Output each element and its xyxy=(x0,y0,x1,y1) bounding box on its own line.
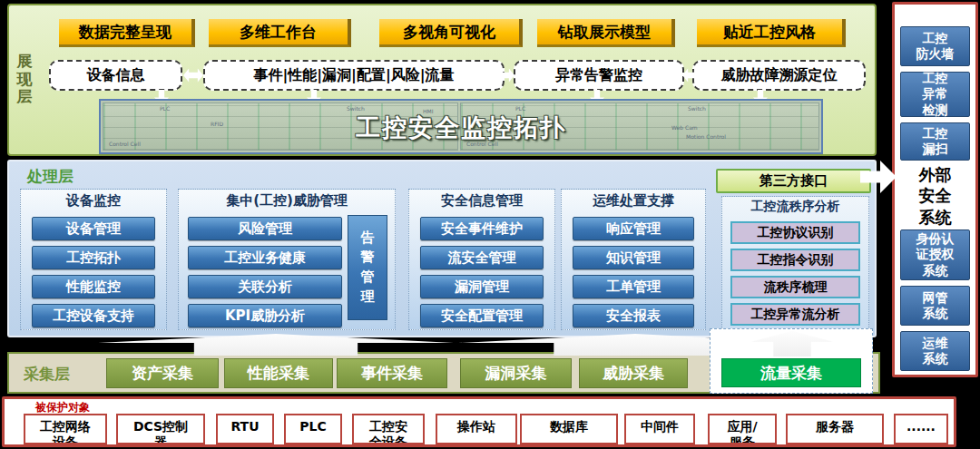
module-security-event-maintenance: 安全事件维护 xyxy=(420,217,544,240)
collect-vulnerability: 漏洞采集 xyxy=(460,358,572,388)
feature-button-drilldown-model: 钻取展示模型 xyxy=(537,19,675,47)
module-device-management: 设备管理 xyxy=(32,217,155,240)
up-arrow-icon xyxy=(751,331,833,356)
group-title: 设备监控 xyxy=(21,190,166,211)
object-application-service: 应用/ 服务 xyxy=(708,414,777,444)
object-ics-security-device: 工控安 全设备 xyxy=(352,414,425,444)
group-security-info-management: 安全信息管理 安全事件维护 流安全管理 漏洞管理 安全配置管理 xyxy=(408,189,555,330)
group-flow-order-analysis: 工控流秩序分析 工控协议识别 工控指令识别 流秩序梳理 工控异常流分析 xyxy=(721,196,869,332)
module-risk-management: 风险管理 xyxy=(188,217,342,240)
topology-title: 工控安全监控拓扑 xyxy=(101,112,821,144)
collection-layer: 采集层 资产采集 性能采集 事件采集 漏洞采集 威胁采集 流量采集 xyxy=(7,352,880,394)
collect-event: 事件采集 xyxy=(337,358,447,388)
view-box-device-info: 设备信息 xyxy=(49,60,182,91)
feature-button-data-presentation: 数据完整呈现 xyxy=(59,19,195,47)
diagram-root: 展 现 层 数据完整呈现 多维工作台 多视角可视化 钻取展示模型 贴近工控风格 … xyxy=(0,0,980,449)
object-server: 服务器 xyxy=(786,414,884,444)
module-performance-monitor: 性能监控 xyxy=(32,275,155,298)
object-ics-network-device: 工控网络 设备 xyxy=(24,414,107,444)
system-ics-anomaly-detection: 工控 异常 检测 xyxy=(900,72,970,117)
module-vulnerability-management: 漏洞管理 xyxy=(420,275,544,298)
processing-layer-label: 处理层 xyxy=(27,166,74,187)
module-response-management: 响应管理 xyxy=(573,217,694,240)
module-ics-command-identification: 工控指令识别 xyxy=(730,249,860,271)
module-ics-protocol-identification: 工控协议识别 xyxy=(730,221,860,244)
system-network-mgmt: 网管 系统 xyxy=(900,286,970,326)
external-security-systems: 工控 防火墙 工控 异常 检测 工控 漏扫 外部 安全 系统 身份认 证授权 系… xyxy=(892,2,978,377)
collect-performance: 性能采集 xyxy=(224,358,333,388)
module-flow-security-management: 流安全管理 xyxy=(420,246,544,269)
group-title: 安全信息管理 xyxy=(409,190,554,211)
presentation-layer-label: 展 现 层 xyxy=(14,53,35,106)
collect-asset: 资产采集 xyxy=(106,358,219,388)
object-dcs-controller: DCS控制 器 xyxy=(116,414,205,444)
protected-objects: 被保护对象 工控网络 设备 DCS控制 器 RTU PLC 工控安 全设备 操作… xyxy=(2,396,956,447)
module-ics-topology: 工控拓扑 xyxy=(32,246,155,269)
module-ics-device-support: 工控设备支持 xyxy=(32,304,155,327)
feature-button-workbench: 多维工作台 xyxy=(209,19,351,47)
flow-collect-connector: 流量采集 xyxy=(710,328,873,394)
presentation-layer: 展 现 层 数据完整呈现 多维工作台 多视角可视化 钻取展示模型 贴近工控风格 … xyxy=(7,4,877,156)
view-box-threat-tracing: 威胁故障溯源定位 xyxy=(692,60,866,91)
module-ics-abnormal-flow-analysis: 工控异常流分析 xyxy=(730,303,860,326)
module-alarm-management: 告 警 管 理 xyxy=(348,215,387,320)
collect-threat: 威胁采集 xyxy=(579,358,688,388)
system-ics-vuln-scanner: 工控 漏扫 xyxy=(900,122,970,161)
group-device-monitoring: 设备监控 设备管理 工控拓扑 性能监控 工控设备支持 xyxy=(20,189,167,330)
group-title: 运维处置支撑 xyxy=(562,190,705,211)
double-arrow-icon xyxy=(183,67,203,83)
object-rtu: RTU xyxy=(216,414,274,444)
system-ops-mgmt: 运维 系统 xyxy=(900,331,970,371)
collect-flow: 流量采集 xyxy=(721,358,861,387)
module-kpi-threat-analysis: KPI威胁分析 xyxy=(188,304,342,327)
group-threat-management: 集中(工控)威胁管理 风险管理 工控业务健康 关联分析 KPI威胁分析 告 警 … xyxy=(178,189,396,330)
object-operator-station: 操作站 xyxy=(436,414,517,444)
system-identity-auth: 身份认 证授权 系统 xyxy=(900,229,970,280)
view-box-alarm-monitor: 异常告警监控 xyxy=(514,60,684,91)
object-ellipsis: ...... xyxy=(894,414,948,444)
processing-layer: 处理层 设备监控 设备管理 工控拓扑 性能监控 工控设备支持 集中(工控)威胁管… xyxy=(7,160,877,337)
module-security-config-management: 安全配置管理 xyxy=(420,304,544,327)
group-title: 集中(工控)威胁管理 xyxy=(179,190,395,211)
module-security-report: 安全报表 xyxy=(573,304,694,327)
group-title: 工控流秩序分析 xyxy=(722,197,868,217)
module-flow-order-sorting: 流秩序梳理 xyxy=(730,276,860,298)
collection-layer-label: 采集层 xyxy=(24,364,70,385)
module-correlation-analysis: 关联分析 xyxy=(188,275,342,298)
feature-button-ics-style: 贴近工控风格 xyxy=(697,19,846,47)
module-ics-business-health: 工控业务健康 xyxy=(188,246,342,269)
object-plc: PLC xyxy=(284,414,342,444)
third-party-interface-box: 第三方接口 xyxy=(716,169,871,193)
object-middleware: 中间件 xyxy=(624,414,695,444)
feature-button-visualization: 多视角可视化 xyxy=(379,19,523,47)
module-knowledge-management: 知识管理 xyxy=(573,246,694,269)
topology-image: PLC Switch HMI RFID Control Cell PLC Swi… xyxy=(99,99,823,154)
view-box-event-metrics: 事件|性能|漏洞|配置|风险|流量 xyxy=(203,60,505,91)
module-ticket-management: 工单管理 xyxy=(573,275,694,298)
external-systems-label: 外部 安全 系统 xyxy=(895,164,975,228)
system-ics-firewall: 工控 防火墙 xyxy=(900,26,970,66)
object-database: 数据库 xyxy=(520,414,618,444)
group-ops-support: 运维处置支撑 响应管理 知识管理 工单管理 安全报表 xyxy=(561,189,706,330)
